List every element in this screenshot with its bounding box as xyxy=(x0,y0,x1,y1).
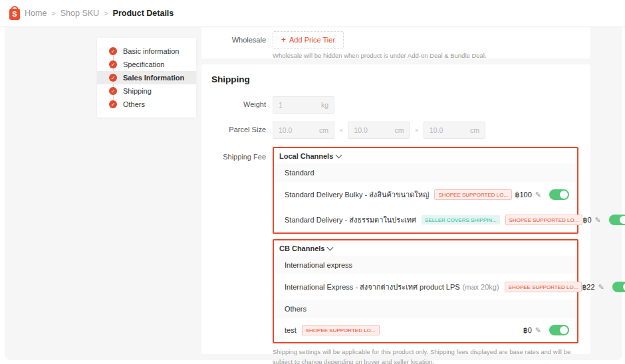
cb-channels-title: CB Channels xyxy=(279,244,324,252)
breadcrumb-separator: > xyxy=(51,9,55,17)
shopee-supported-badge: SHOPEE SUPPORTED LO... xyxy=(434,189,512,200)
channel-enable-toggle[interactable] xyxy=(612,282,625,292)
seller-covers-shipping-badge: SELLER COVERS SHIPPIN... xyxy=(422,215,500,225)
sidebar-item-specification[interactable]: ✓ Specification xyxy=(97,58,196,71)
channel-enable-toggle[interactable] xyxy=(609,215,625,225)
parcel-unit: cm xyxy=(470,126,479,134)
shipping-card: Shipping Weight 1 kg Parcel Size 10.0 cm… xyxy=(201,64,590,354)
parcel-length-input[interactable]: 10.0 cm xyxy=(348,122,410,139)
edit-fee-icon[interactable]: ✎ xyxy=(598,283,604,292)
sidebar-item-label: Others xyxy=(123,100,145,108)
sidebar-item-label: Sales Information xyxy=(123,74,184,82)
channel-row-international-express: International Express - ส่งจากต่างประเทศ… xyxy=(274,274,577,300)
parcel-unit: cm xyxy=(394,126,404,134)
parcel-width-value: 10.0 xyxy=(279,126,292,134)
shipping-fee-label: Shipping Fee xyxy=(201,147,266,161)
parcel-unit: cm xyxy=(319,126,328,134)
channel-name: Standard Delivery - ส่งธรรมดาในประเทศ xyxy=(285,214,416,226)
edit-fee-icon[interactable]: ✎ xyxy=(535,191,541,199)
edit-fee-icon[interactable]: ✎ xyxy=(595,216,601,225)
sidebar-item-label: Specification xyxy=(123,60,164,68)
weight-label: Weight xyxy=(201,96,266,108)
wholesale-label: Wholesale xyxy=(201,31,266,44)
weight-input[interactable]: 1 kg xyxy=(273,96,334,114)
edit-fee-icon[interactable]: ✎ xyxy=(535,326,541,335)
shopee-supported-badge: SHOPEE SUPPORTED LO... xyxy=(505,215,583,225)
sidebar-item-others[interactable]: ✓ Others xyxy=(97,98,196,111)
channel-fee: ฿0 xyxy=(523,326,532,335)
check-circle-icon: ✓ xyxy=(109,74,117,82)
local-channels-title: Local Channels xyxy=(279,152,333,160)
others-subsection-header: Others xyxy=(274,300,577,318)
parcel-height-input[interactable]: 10.0 cm xyxy=(424,122,485,139)
channel-name: International Express - ส่งจากต่างประเทศ… xyxy=(285,281,460,293)
add-price-tier-label: Add Price Tier xyxy=(289,36,335,44)
shopee-supported-badge: SHOPEE SUPPORTED LO... xyxy=(302,325,380,335)
channel-fee: ฿100 xyxy=(515,191,531,199)
plus-icon: + xyxy=(281,35,286,45)
channel-name: Standard Delivery Bulky - ส่งสินค้าขนาดใ… xyxy=(285,189,429,201)
weight-unit: kg xyxy=(321,101,328,109)
shopee-supported-badge: SHOPEE SUPPORTED LO... xyxy=(505,282,582,292)
local-channels-box: Local Channels Standard Standard Deliver… xyxy=(273,147,578,234)
channel-enable-toggle[interactable] xyxy=(549,325,569,335)
shipping-settings-hint: Shipping settings will be applicable for… xyxy=(273,347,580,364)
chevron-down-icon xyxy=(336,152,342,159)
channel-row-test: test SHOPEE SUPPORTED LO... ฿0 ✎ xyxy=(274,318,577,342)
multiply-icon: × xyxy=(414,122,418,134)
breadcrumb-current-page: Product Details xyxy=(113,9,174,18)
breadcrumb-shop-sku[interactable]: Shop SKU xyxy=(61,9,99,18)
local-channels-toggle[interactable]: Local Channels xyxy=(274,148,577,163)
section-nav: ✓ Basic information ✓ Specification ✓ Sa… xyxy=(97,38,196,118)
chevron-down-icon xyxy=(327,244,334,251)
cb-channels-toggle[interactable]: CB Channels xyxy=(274,240,577,256)
sidebar-item-shipping[interactable]: ✓ Shipping xyxy=(97,84,196,98)
weight-value: 1 xyxy=(279,101,283,109)
product-details-page: S Home > Shop SKU > Product Details ✓ Ba… xyxy=(0,0,625,364)
shopee-logo-letter: S xyxy=(12,11,17,18)
parcel-length-value: 10.0 xyxy=(354,126,367,134)
channel-weight-limit: (max 20kg) xyxy=(463,283,499,291)
check-circle-icon: ✓ xyxy=(109,60,117,68)
parcel-height-value: 10.0 xyxy=(430,126,443,134)
check-circle-icon: ✓ xyxy=(109,87,117,95)
check-circle-icon: ✓ xyxy=(109,47,117,55)
shopee-logo-icon: S xyxy=(9,9,20,20)
channel-row-standard-delivery-bulky: Standard Delivery Bulky - ส่งสินค้าขนาดใ… xyxy=(274,182,577,207)
shipping-section-title: Shipping xyxy=(201,64,590,84)
breadcrumb-bar: S Home > Shop SKU > Product Details xyxy=(0,0,625,27)
sales-information-card: Wholesale + Add Price Tier Wholesale wil… xyxy=(201,27,590,58)
add-price-tier-button[interactable]: + Add Price Tier xyxy=(273,31,344,48)
wholesale-hint: Wholesale will be hidden when product is… xyxy=(273,52,487,59)
parcel-width-input[interactable]: 10.0 cm xyxy=(273,122,334,139)
channel-name: test xyxy=(285,326,297,334)
standard-subsection-header: Standard xyxy=(274,163,577,182)
cb-channels-box: CB Channels International express Intern… xyxy=(273,239,578,343)
sidebar-item-label: Basic information xyxy=(123,47,179,55)
channel-row-standard-delivery: Standard Delivery - ส่งธรรมดาในประเทศ SE… xyxy=(274,207,577,232)
breadcrumb-separator: > xyxy=(104,9,108,17)
breadcrumb-home[interactable]: Home xyxy=(25,9,47,18)
channel-enable-toggle[interactable] xyxy=(549,189,569,200)
check-circle-icon: ✓ xyxy=(109,100,117,108)
sidebar-item-label: Shipping xyxy=(123,87,152,95)
channel-fee: ฿22 xyxy=(582,283,594,292)
parcel-size-label: Parcel Size xyxy=(201,122,266,134)
international-express-subsection-header: International express xyxy=(274,256,577,274)
sidebar-item-sales-information[interactable]: ✓ Sales Information xyxy=(97,71,196,84)
multiply-icon: × xyxy=(339,122,343,134)
sidebar-item-basic-information[interactable]: ✓ Basic information xyxy=(97,45,196,58)
channel-fee: ฿0 xyxy=(582,216,591,225)
